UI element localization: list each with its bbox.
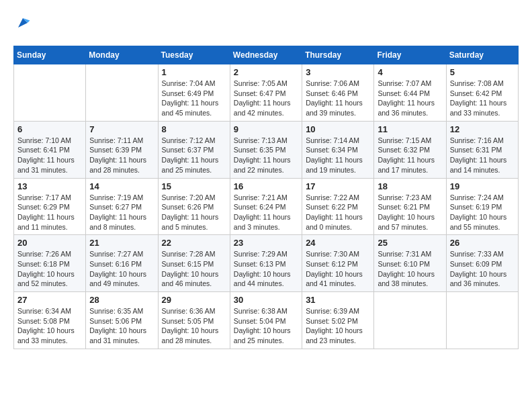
day-info: Sunrise: 7:21 AM Sunset: 6:24 PM Dayligh… — [234, 193, 298, 232]
day-number: 31 — [306, 295, 370, 305]
calendar-cell: 11Sunrise: 7:15 AM Sunset: 6:32 PM Dayli… — [374, 121, 446, 178]
calendar-cell: 24Sunrise: 7:30 AM Sunset: 6:12 PM Dayli… — [302, 235, 374, 292]
day-info: Sunrise: 7:14 AM Sunset: 6:34 PM Dayligh… — [306, 136, 370, 175]
day-info: Sunrise: 7:05 AM Sunset: 6:47 PM Dayligh… — [234, 79, 298, 118]
day-number: 26 — [450, 238, 515, 248]
day-header-saturday: Saturday — [446, 46, 518, 64]
day-number: 4 — [378, 67, 442, 77]
calendar-cell: 7Sunrise: 7:11 AM Sunset: 6:39 PM Daylig… — [86, 121, 158, 178]
day-info: Sunrise: 7:06 AM Sunset: 6:46 PM Dayligh… — [306, 79, 370, 118]
calendar-cell: 27Sunrise: 6:34 AM Sunset: 5:08 PM Dayli… — [14, 292, 86, 349]
calendar-cell — [446, 292, 518, 349]
day-number: 13 — [17, 181, 82, 191]
calendar-cell — [374, 292, 446, 349]
calendar-table: SundayMondayTuesdayWednesdayThursdayFrid… — [13, 46, 519, 349]
day-number: 27 — [17, 295, 82, 305]
calendar-cell: 28Sunrise: 6:35 AM Sunset: 5:06 PM Dayli… — [86, 292, 158, 349]
calendar-cell: 20Sunrise: 7:26 AM Sunset: 6:18 PM Dayli… — [14, 235, 86, 292]
day-number: 1 — [162, 67, 226, 77]
day-info: Sunrise: 7:20 AM Sunset: 6:26 PM Dayligh… — [162, 193, 226, 232]
day-info: Sunrise: 7:27 AM Sunset: 6:16 PM Dayligh… — [89, 249, 154, 289]
day-number: 15 — [162, 181, 226, 191]
day-info: Sunrise: 7:33 AM Sunset: 6:09 PM Dayligh… — [450, 249, 515, 289]
calendar-cell: 18Sunrise: 7:23 AM Sunset: 6:21 PM Dayli… — [374, 178, 446, 235]
calendar-cell: 25Sunrise: 7:31 AM Sunset: 6:10 PM Dayli… — [374, 235, 446, 292]
calendar-cell: 17Sunrise: 7:22 AM Sunset: 6:22 PM Dayli… — [302, 178, 374, 235]
calendar-cell: 31Sunrise: 6:39 AM Sunset: 5:02 PM Dayli… — [302, 292, 374, 349]
calendar-cell: 3Sunrise: 7:06 AM Sunset: 6:46 PM Daylig… — [302, 64, 374, 122]
day-info: Sunrise: 7:16 AM Sunset: 6:31 PM Dayligh… — [450, 136, 515, 175]
calendar-cell: 6Sunrise: 7:10 AM Sunset: 6:41 PM Daylig… — [14, 121, 86, 178]
day-number: 11 — [378, 124, 442, 134]
day-number: 8 — [162, 124, 226, 134]
day-info: Sunrise: 6:36 AM Sunset: 5:05 PM Dayligh… — [162, 306, 226, 346]
day-number: 14 — [89, 181, 154, 191]
day-header-wednesday: Wednesday — [230, 46, 302, 64]
calendar-cell: 13Sunrise: 7:17 AM Sunset: 6:29 PM Dayli… — [14, 178, 86, 235]
calendar-cell — [86, 64, 158, 122]
day-number: 19 — [450, 181, 515, 191]
calendar-cell: 8Sunrise: 7:12 AM Sunset: 6:37 PM Daylig… — [158, 121, 230, 178]
calendar-cell: 30Sunrise: 6:38 AM Sunset: 5:04 PM Dayli… — [230, 292, 302, 349]
day-info: Sunrise: 6:34 AM Sunset: 5:08 PM Dayligh… — [17, 306, 82, 346]
calendar-cell: 9Sunrise: 7:13 AM Sunset: 6:35 PM Daylig… — [230, 121, 302, 178]
day-number: 3 — [306, 67, 370, 77]
calendar-cell: 4Sunrise: 7:07 AM Sunset: 6:44 PM Daylig… — [374, 64, 446, 122]
day-info: Sunrise: 6:39 AM Sunset: 5:02 PM Dayligh… — [306, 306, 370, 346]
day-number: 18 — [378, 181, 442, 191]
day-number: 24 — [306, 238, 370, 248]
day-header-sunday: Sunday — [14, 46, 86, 64]
day-info: Sunrise: 7:04 AM Sunset: 6:49 PM Dayligh… — [162, 79, 226, 118]
logo — [13, 13, 35, 35]
day-number: 20 — [17, 238, 82, 248]
day-info: Sunrise: 7:30 AM Sunset: 6:12 PM Dayligh… — [306, 249, 370, 289]
day-number: 25 — [378, 238, 442, 248]
day-info: Sunrise: 7:22 AM Sunset: 6:22 PM Dayligh… — [306, 193, 370, 232]
calendar-cell: 12Sunrise: 7:16 AM Sunset: 6:31 PM Dayli… — [446, 121, 518, 178]
day-info: Sunrise: 7:24 AM Sunset: 6:19 PM Dayligh… — [450, 193, 515, 232]
day-number: 5 — [450, 67, 515, 77]
calendar-cell: 26Sunrise: 7:33 AM Sunset: 6:09 PM Dayli… — [446, 235, 518, 292]
calendar-cell: 19Sunrise: 7:24 AM Sunset: 6:19 PM Dayli… — [446, 178, 518, 235]
day-header-monday: Monday — [86, 46, 158, 64]
day-info: Sunrise: 7:10 AM Sunset: 6:41 PM Dayligh… — [17, 136, 82, 175]
calendar-cell: 14Sunrise: 7:19 AM Sunset: 6:27 PM Dayli… — [86, 178, 158, 235]
logo-icon — [13, 13, 32, 35]
day-number: 22 — [162, 238, 226, 248]
day-number: 23 — [234, 238, 298, 248]
day-header-thursday: Thursday — [302, 46, 374, 64]
day-info: Sunrise: 7:29 AM Sunset: 6:13 PM Dayligh… — [234, 249, 298, 289]
day-number: 28 — [89, 295, 154, 305]
day-number: 30 — [234, 295, 298, 305]
calendar-cell: 23Sunrise: 7:29 AM Sunset: 6:13 PM Dayli… — [230, 235, 302, 292]
calendar-cell: 16Sunrise: 7:21 AM Sunset: 6:24 PM Dayli… — [230, 178, 302, 235]
day-number: 7 — [89, 124, 154, 134]
day-info: Sunrise: 7:23 AM Sunset: 6:21 PM Dayligh… — [378, 193, 442, 232]
day-number: 6 — [17, 124, 82, 134]
calendar-cell: 29Sunrise: 6:36 AM Sunset: 5:05 PM Dayli… — [158, 292, 230, 349]
day-info: Sunrise: 7:08 AM Sunset: 6:42 PM Dayligh… — [450, 79, 515, 118]
page-header — [13, 13, 519, 35]
calendar-cell — [14, 64, 86, 122]
calendar-cell: 22Sunrise: 7:28 AM Sunset: 6:15 PM Dayli… — [158, 235, 230, 292]
day-number: 16 — [234, 181, 298, 191]
day-info: Sunrise: 7:12 AM Sunset: 6:37 PM Dayligh… — [162, 136, 226, 175]
day-number: 12 — [450, 124, 515, 134]
day-number: 10 — [306, 124, 370, 134]
day-info: Sunrise: 7:26 AM Sunset: 6:18 PM Dayligh… — [17, 249, 82, 289]
day-number: 17 — [306, 181, 370, 191]
day-number: 2 — [234, 67, 298, 77]
calendar-cell: 2Sunrise: 7:05 AM Sunset: 6:47 PM Daylig… — [230, 64, 302, 122]
calendar-cell: 15Sunrise: 7:20 AM Sunset: 6:26 PM Dayli… — [158, 178, 230, 235]
calendar-cell: 5Sunrise: 7:08 AM Sunset: 6:42 PM Daylig… — [446, 64, 518, 122]
day-info: Sunrise: 7:13 AM Sunset: 6:35 PM Dayligh… — [234, 136, 298, 175]
day-info: Sunrise: 7:17 AM Sunset: 6:29 PM Dayligh… — [17, 193, 82, 232]
day-info: Sunrise: 6:38 AM Sunset: 5:04 PM Dayligh… — [234, 306, 298, 346]
day-info: Sunrise: 7:11 AM Sunset: 6:39 PM Dayligh… — [89, 136, 154, 175]
calendar-cell: 1Sunrise: 7:04 AM Sunset: 6:49 PM Daylig… — [158, 64, 230, 122]
day-number: 9 — [234, 124, 298, 134]
day-header-friday: Friday — [374, 46, 446, 64]
calendar-cell: 10Sunrise: 7:14 AM Sunset: 6:34 PM Dayli… — [302, 121, 374, 178]
day-info: Sunrise: 7:07 AM Sunset: 6:44 PM Dayligh… — [378, 79, 442, 118]
day-info: Sunrise: 7:15 AM Sunset: 6:32 PM Dayligh… — [378, 136, 442, 175]
